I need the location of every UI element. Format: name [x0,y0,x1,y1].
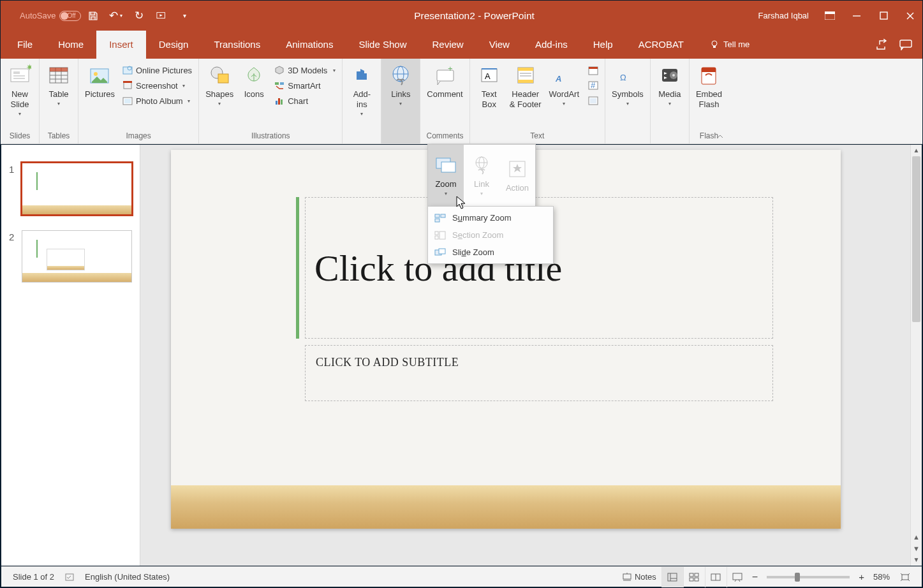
scroll-thumb[interactable] [912,156,920,322]
svg-rect-87 [695,578,698,581]
tab-acrobat[interactable]: ACROBAT [626,31,697,59]
slide-sorter-button[interactable] [683,567,705,587]
account-name[interactable]: Farshad Iqbal [758,11,809,20]
collapse-ribbon-icon[interactable] [716,132,725,141]
table-button[interactable]: Table ▾ [43,61,74,108]
zoom-percent[interactable]: 58% [868,567,895,587]
slideshow-view-button[interactable] [727,567,748,587]
subtitle-placeholder[interactable]: CLICK TO ADD SUBTITLE [305,345,773,401]
chart-button[interactable]: Chart [272,94,338,107]
embed-flash-button[interactable]: Embed Flash [693,61,725,111]
tab-view[interactable]: View [476,31,522,59]
symbols-button[interactable]: Ω Symbols ▾ [609,61,646,108]
action-gallery-button[interactable]: Action [499,145,535,206]
group-illustrations-label: Illustrations [203,129,338,142]
tell-me-search[interactable]: Tell me [697,31,762,59]
flash-label: Embed Flash [696,89,722,110]
tab-insert[interactable]: Insert [96,31,146,59]
tab-file[interactable]: File [1,31,45,59]
new-slide-button[interactable]: ✷ New Slide ▾ [4,61,35,118]
normal-view-button[interactable] [661,567,683,587]
svg-rect-72 [435,232,438,235]
group-addins: Add- ins ▾ [343,59,381,143]
summary-zoom-item[interactable]: Summary Zoom [428,209,553,226]
tab-transitions[interactable]: Transitions [201,31,273,59]
date-time-button[interactable] [586,64,601,77]
svg-point-23 [94,72,98,76]
undo-icon[interactable]: ↶▾ [110,10,122,22]
wordart-button[interactable]: A WordArt ▾ [547,61,582,108]
scroll-down-icon[interactable]: ▼ [911,554,922,566]
online-pictures-button[interactable]: Online Pictures [120,64,195,77]
zoom-handle[interactable] [795,573,800,582]
slide-thumbnail-1[interactable]: 1 [9,163,132,215]
ribbon-tabs: File Home Insert Design Transitions Anim… [1,31,922,59]
photo-album-button[interactable]: Photo Album▾ [120,94,195,107]
3d-models-button[interactable]: 3D Models▾ [272,64,338,77]
screenshot-button[interactable]: Screenshot▾ [120,79,195,92]
chart-icon [274,96,284,106]
redo-icon[interactable]: ↻ [133,10,145,22]
tab-home[interactable]: Home [45,31,96,59]
smartart-button[interactable]: SmartArt [272,79,338,92]
shapes-button[interactable]: Shapes ▾ [203,61,236,108]
slide-thumbnail-2[interactable]: 2 [9,230,132,283]
zoom-in-button[interactable]: + [855,567,868,587]
zoom-slider[interactable] [767,576,850,578]
tab-animations[interactable]: Animations [273,31,346,59]
comment-button[interactable]: + Comment [424,61,465,101]
group-images: Pictures Online Pictures Screenshot▾ Pho… [78,59,199,143]
textbox-button[interactable]: A Text Box [474,61,505,111]
autosave-toggle[interactable]: AutoSave Off [20,11,76,21]
object-button[interactable] [586,94,601,107]
qat-more-icon[interactable]: ▾ [179,10,191,22]
tab-review[interactable]: Review [419,31,476,59]
vertical-scrollbar[interactable]: ▲ ▲ ▼ ▼ [910,145,922,566]
media-button[interactable]: Media ▾ [654,61,685,108]
zoom-out-button[interactable]: − [748,567,762,587]
minimize-icon[interactable] [851,10,862,22]
tab-addins[interactable]: Add-ins [522,31,580,59]
pictures-button[interactable]: Pictures [82,61,117,101]
flash-icon [697,64,720,87]
share-icon[interactable] [875,39,888,50]
fit-to-window-button[interactable] [895,567,915,587]
online-pictures-label: Online Pictures [136,66,192,75]
svg-rect-33 [280,82,284,85]
next-slide-icon[interactable]: ▼ [911,543,922,554]
wordart-icon: A [552,64,575,87]
links-button[interactable]: Links ▾ [385,61,416,108]
subtitle-placeholder-text: CLICK TO ADD SUBTITLE [316,356,459,369]
close-icon[interactable] [905,10,916,22]
ribbon-display-options-icon[interactable] [824,10,836,22]
language-indicator[interactable]: English (United States) [80,567,175,587]
save-icon[interactable] [87,10,99,22]
svg-rect-31 [218,74,228,83]
slide-number-button[interactable]: # [586,79,601,92]
chevron-down-icon: ▾ [563,101,565,107]
svg-rect-90 [733,573,742,580]
reading-view-button[interactable] [705,567,727,587]
addins-button[interactable]: Add- ins ▾ [346,61,377,118]
svg-rect-4 [880,12,887,19]
svg-rect-73 [439,232,445,239]
tab-help[interactable]: Help [580,31,626,59]
group-tables: Table ▾ Tables [40,59,78,143]
link-gallery-button[interactable]: Link ▾ [464,145,499,206]
tab-slideshow[interactable]: Slide Show [346,31,419,59]
icons-button[interactable]: Icons [239,61,269,101]
maximize-icon[interactable] [878,10,889,22]
zoom-gallery-button[interactable]: Zoom ▾ [428,145,464,206]
spellcheck-button[interactable] [59,567,80,587]
start-from-beginning-icon[interactable] [156,10,168,22]
slide-counter[interactable]: Slide 1 of 2 [8,567,59,587]
notes-button[interactable]: Notes [617,567,661,587]
svg-rect-11 [13,71,20,74]
comments-pane-icon[interactable] [899,39,912,50]
slide-zoom-item[interactable]: Slide Zoom [428,244,553,261]
tab-design[interactable]: Design [146,31,202,59]
group-text-label: Text [474,129,601,142]
prev-slide-icon[interactable]: ▲ [911,531,922,543]
header-footer-button[interactable]: Header & Footer [507,61,544,111]
scroll-up-icon[interactable]: ▲ [911,145,922,156]
